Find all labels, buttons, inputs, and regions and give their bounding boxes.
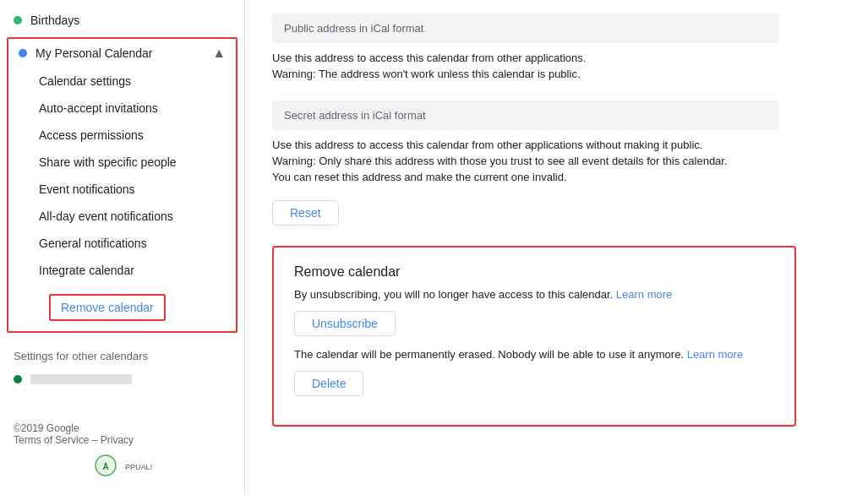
birthdays-dot-icon	[14, 16, 22, 24]
remove-calendar-section: Remove calendar By unsubscribing, you wi…	[272, 246, 796, 427]
sidebar-footer: ©2019 Google Terms of Service – Privacy …	[0, 412, 244, 495]
other-calendars-title: Settings for other calendars	[0, 336, 244, 369]
birthdays-label: Birthdays	[30, 14, 79, 27]
unsubscribe-button[interactable]: Unsubscribe	[294, 311, 396, 336]
sidebar-item-event-notifications[interactable]: Event notifications	[8, 176, 236, 203]
remove-calendar-title: Remove calendar	[294, 264, 774, 280]
public-address-section: Public address in iCal format Use this a…	[272, 14, 841, 80]
sidebar-item-share-people[interactable]: Share with specific people	[8, 149, 236, 176]
copyright-text: ©2019 Google	[14, 422, 79, 434]
delete-text: The calendar will be permanently erased.…	[294, 348, 774, 361]
appuals-logo-svg: A PPUALS	[93, 453, 152, 478]
svg-text:PPUALS: PPUALS	[125, 463, 152, 471]
sidebar-item-general-notifications[interactable]: General notifications	[8, 230, 236, 257]
unsubscribe-learn-more-link[interactable]: Learn more	[616, 288, 672, 301]
sidebar-item-auto-accept[interactable]: Auto-accept invitations	[8, 95, 236, 122]
sidebar-item-access-permissions[interactable]: Access permissions	[8, 122, 236, 149]
calendar-group-name: My Personal Calendar	[35, 46, 204, 60]
delete-button[interactable]: Delete	[294, 371, 363, 396]
secret-address-box: Secret address in iCal format	[272, 101, 779, 130]
public-address-box: Public address in iCal format	[272, 14, 779, 43]
privacy-link[interactable]: Privacy	[101, 434, 134, 446]
calendar-group-header[interactable]: My Personal Calendar ▲	[8, 39, 236, 68]
appuals-logo: A PPUALS	[14, 446, 231, 485]
other-calendar-item	[0, 369, 244, 389]
sidebar-item-calendar-settings[interactable]: Calendar settings	[8, 68, 236, 95]
calendar-dot-icon	[19, 49, 27, 57]
sidebar-item-integrate-calendar[interactable]: Integrate calendar	[8, 257, 236, 284]
sidebar-remove-calendar-button[interactable]: Remove calendar	[49, 294, 166, 321]
sidebar-item-birthdays[interactable]: Birthdays	[0, 7, 244, 34]
secret-address-section: Secret address in iCal format Use this a…	[272, 101, 841, 226]
reset-button[interactable]: Reset	[272, 200, 339, 226]
other-calendar-dot-icon	[14, 375, 22, 383]
secret-address-info3: You can reset this address and make the …	[272, 171, 779, 183]
svg-text:A: A	[102, 462, 108, 471]
public-address-info1: Use this address to access this calendar…	[272, 52, 779, 64]
footer-dash: –	[92, 434, 101, 446]
sidebar-item-allday-notifications[interactable]: All-day event notifications	[8, 203, 236, 230]
delete-learn-more-link[interactable]: Learn more	[687, 348, 743, 361]
public-address-warning: Warning: The address won't work unless t…	[272, 68, 779, 80]
secret-address-info1: Use this address to access this calendar…	[272, 139, 779, 151]
sidebar: Birthdays My Personal Calendar ▲ Calenda…	[0, 0, 245, 495]
chevron-up-icon: ▲	[212, 46, 226, 61]
secret-address-info2: Warning: Only share this address with th…	[272, 155, 779, 167]
calendar-group: My Personal Calendar ▲ Calendar settings…	[7, 37, 237, 333]
unsubscribe-text: By unsubscribing, you will no longer hav…	[294, 288, 774, 301]
other-calendar-bar	[30, 374, 132, 384]
terms-link[interactable]: Terms of Service	[14, 434, 89, 446]
main-content: Public address in iCal format Use this a…	[245, 0, 868, 495]
